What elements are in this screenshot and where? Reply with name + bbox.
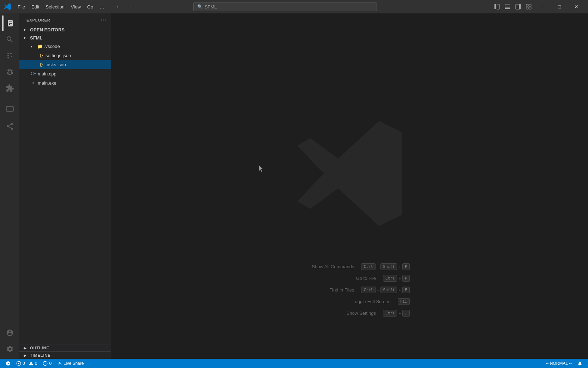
tasks-json-item[interactable]: {} tasks.json	[19, 60, 111, 69]
vscode-chevron: ▾	[31, 44, 36, 48]
activity-explorer[interactable]	[2, 16, 18, 31]
outline-header[interactable]: ▶ OUTLINE	[19, 344, 111, 351]
key-shift-1: Shift	[380, 263, 397, 270]
menu-go[interactable]: Go	[84, 3, 96, 11]
error-count: 0	[23, 361, 25, 366]
main-layout: EXPLORER ··· ▾ OPEN EDITORS ▾ SFML	[0, 13, 588, 359]
sidebar-more-button[interactable]: ···	[100, 16, 107, 24]
live-share-label: Live Share	[64, 361, 84, 366]
main-exe-icon: ≡	[31, 80, 36, 86]
settings-json-label: settings.json	[46, 53, 71, 58]
nav-arrows: ← →	[113, 2, 134, 12]
show-settings-keys: Ctrl + ,	[383, 310, 410, 317]
key-shift-3: Shift	[380, 287, 397, 293]
activity-settings[interactable]	[2, 341, 18, 357]
status-remote-button[interactable]	[3, 359, 13, 368]
timeline-header[interactable]: ▶ TIMELINE	[19, 351, 111, 359]
activity-debug[interactable]	[2, 64, 18, 80]
status-bar: 0 0 0 Live Share -- NORMAL --	[0, 359, 588, 368]
status-right: -- NORMAL --	[543, 359, 585, 368]
search-icon: 🔍	[197, 4, 203, 9]
sidebar-header: EXPLORER ···	[19, 13, 111, 26]
key-ctrl-2: Ctrl	[383, 275, 397, 282]
search-text: SFML	[205, 4, 217, 10]
activity-extensions[interactable]	[2, 80, 18, 96]
open-editors-section: ▾ OPEN EDITORS	[19, 26, 111, 33]
main-exe-label: main.exe	[38, 80, 56, 86]
activity-remote[interactable]	[2, 102, 18, 118]
menu-bar: File Edit Selection View Go ...	[15, 2, 107, 11]
svg-rect-3	[505, 8, 510, 9]
menu-file[interactable]: File	[15, 3, 28, 11]
vscode-folder[interactable]: ▾ 📁 .vscode	[19, 42, 111, 51]
key-f-3: F	[402, 287, 410, 293]
open-editors-header[interactable]: ▾ OPEN EDITORS	[19, 26, 111, 33]
toggle-fullscreen-keys: F11	[398, 298, 410, 305]
main-cpp-icon: C+	[31, 71, 36, 76]
sidebar-title: EXPLORER	[26, 18, 50, 22]
key-ctrl-3: Ctrl	[361, 287, 376, 293]
settings-json-item[interactable]: {} settings.json	[19, 51, 111, 60]
key-ctrl-5: Ctrl	[383, 310, 397, 317]
svg-point-13	[11, 128, 13, 130]
shortcuts-panel: Show All Commands Ctrl + Shift + P Go to…	[290, 263, 410, 317]
status-errors[interactable]: 0 0	[13, 359, 40, 368]
main-cpp-label: main.cpp	[38, 71, 56, 76]
outline-label: OUTLINE	[30, 346, 49, 350]
activity-live-share[interactable]	[2, 118, 18, 134]
title-bar: File Edit Selection View Go ... ← → 🔍 SF…	[0, 0, 588, 13]
status-left: 0 0 0 Live Share	[3, 359, 86, 368]
show-all-commands-keys: Ctrl + Shift + P	[361, 263, 409, 270]
status-info[interactable]: 0	[40, 359, 54, 368]
settings-json-icon: {}	[38, 53, 44, 58]
forward-button[interactable]: →	[124, 2, 134, 12]
vscode-folder-label: .vscode	[44, 44, 60, 49]
main-cpp-item[interactable]: C+ main.cpp	[19, 69, 111, 78]
open-editors-label: OPEN EDITORS	[30, 27, 65, 32]
shortcut-show-all-commands: Show All Commands Ctrl + Shift + P	[290, 263, 410, 270]
toggle-secondary-sidebar-button[interactable]	[513, 2, 523, 12]
status-bell[interactable]	[575, 359, 585, 368]
toggle-sidebar-button[interactable]	[492, 2, 502, 12]
svg-rect-10	[6, 106, 13, 111]
warning-count: 0	[35, 361, 37, 366]
customize-layout-button[interactable]	[524, 2, 534, 12]
activity-bar	[0, 13, 19, 359]
timeline-chevron: ▶	[24, 354, 29, 357]
open-editors-chevron: ▾	[24, 28, 29, 32]
main-exe-item[interactable]: ≡ main.exe	[19, 78, 111, 87]
menu-edit[interactable]: Edit	[29, 3, 42, 11]
sfml-section: ▾ SFML ▾ 📁 .vscode {} settings.json	[19, 34, 111, 87]
shortcut-go-to-file: Go to File Ctrl + P	[290, 275, 410, 282]
minimize-button[interactable]: ─	[534, 0, 551, 13]
key-f11: F11	[398, 298, 410, 305]
vscode-logo	[4, 3, 11, 11]
menu-view[interactable]: View	[68, 3, 84, 11]
toggle-panel-button[interactable]	[503, 2, 512, 12]
activity-account[interactable]	[2, 325, 18, 341]
svg-point-11	[11, 123, 13, 125]
activity-search[interactable]	[2, 32, 18, 47]
close-button[interactable]: ✕	[568, 0, 584, 13]
search-bar[interactable]: 🔍 SFML	[193, 2, 377, 11]
svg-rect-1	[497, 4, 499, 9]
activity-source-control[interactable]	[2, 48, 18, 63]
maximize-button[interactable]: □	[551, 0, 568, 13]
key-comma: ,	[402, 310, 410, 317]
sfml-chevron: ▾	[24, 36, 29, 40]
back-button[interactable]: ←	[113, 2, 123, 12]
find-in-files-label: Find in Files	[290, 287, 354, 293]
cursor	[259, 165, 265, 173]
menu-selection[interactable]: Selection	[43, 3, 67, 11]
title-bar-actions: ─ □ ✕	[492, 0, 584, 13]
status-live-share[interactable]: Live Share	[54, 359, 86, 368]
key-ctrl-1: Ctrl	[361, 263, 376, 270]
shortcut-show-settings: Show Settings Ctrl + ,	[290, 310, 410, 317]
activity-bottom	[2, 325, 18, 357]
folder-icon: 📁	[37, 43, 43, 49]
menu-more[interactable]: ...	[97, 2, 107, 11]
status-vim-mode[interactable]: -- NORMAL --	[543, 359, 575, 368]
sfml-header[interactable]: ▾ SFML	[19, 34, 111, 42]
svg-rect-6	[526, 4, 528, 6]
vscode-watermark	[290, 114, 410, 234]
